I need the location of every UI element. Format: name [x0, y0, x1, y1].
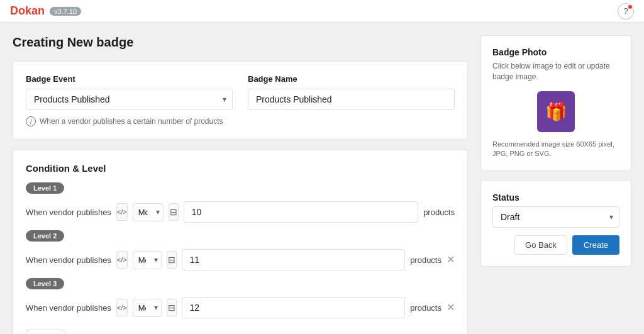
- logo: Dokan: [10, 4, 45, 18]
- badge-event-card: Badge Event Products PublishedOrders Com…: [13, 61, 468, 140]
- level-2-remove-button[interactable]: ✕: [447, 255, 455, 265]
- condition-row-3: When vendor publishes </> More thanLess …: [26, 297, 455, 318]
- badge-rec-text: Recommended image size 60X65 pixel, JPG,…: [492, 140, 619, 159]
- main-content: Creating New badge Badge Event Products …: [13, 35, 468, 334]
- badge-name-input[interactable]: [248, 89, 455, 110]
- level-1-section: Level 1 When vendor publishes </> More t…: [26, 182, 455, 223]
- badge-icon: 🎁: [545, 101, 567, 122]
- badge-event-select[interactable]: Products PublishedOrders CompletedVerifi…: [26, 89, 233, 110]
- condition-row-2: When vendor publishes </> More thanLess …: [26, 249, 455, 270]
- badge-photo-subtitle: Click below image to edit or update badg…: [492, 61, 619, 82]
- level-1-unit: products: [423, 208, 455, 217]
- status-select[interactable]: DraftPublished: [492, 206, 619, 228]
- badge-icon-wrap[interactable]: 🎁: [537, 91, 575, 132]
- badge-name-group: Badge Name: [248, 74, 455, 110]
- version-badge: v3.7.10: [50, 7, 81, 16]
- condition-section-title: Condition & Level: [26, 163, 455, 174]
- topbar: Dokan v3.7.10 ?: [0, 0, 644, 23]
- level-2-badge: Level 2: [26, 230, 64, 242]
- go-back-button[interactable]: Go Back: [514, 235, 567, 255]
- badge-photo-area[interactable]: 🎁: [492, 91, 619, 132]
- badge-photo-card: Badge Photo Click below image to edit or…: [480, 35, 631, 170]
- condition-label-2: When vendor publishes: [26, 255, 111, 265]
- badge-event-label: Badge Event: [26, 74, 233, 84]
- level-1-value-input[interactable]: [184, 201, 418, 223]
- create-button[interactable]: Create: [572, 235, 619, 255]
- condition-label-3: When vendor publishes: [26, 303, 111, 313]
- level-1-badge: Level 1: [26, 182, 64, 194]
- level-3-unit: products: [410, 303, 441, 313]
- condition-select-wrapper-2: More thanLess thanEqual to ▾: [133, 251, 162, 269]
- condition-select-2[interactable]: More thanLess thanEqual to: [133, 251, 162, 269]
- level-2-section: Level 2 When vendor publishes </> More t…: [26, 230, 455, 270]
- info-icon: i: [26, 116, 36, 126]
- code-icon-1[interactable]: </>: [116, 203, 128, 221]
- badge-photo-title: Badge Photo: [492, 47, 619, 57]
- help-dot: [628, 5, 632, 9]
- level-3-section: Level 3 When vendor publishes </> More t…: [26, 278, 455, 318]
- status-title: Status: [492, 192, 619, 203]
- info-note-text: When a vendor publishes a certain number…: [40, 117, 223, 126]
- info-note: i When a vendor publishes a certain numb…: [26, 116, 455, 126]
- level-3-badge: Level 3: [26, 278, 64, 289]
- condition-row-1: When vendor publishes </> More thanLess …: [26, 201, 455, 223]
- badge-name-label: Badge Name: [248, 74, 455, 84]
- topbar-left: Dokan v3.7.10: [10, 4, 81, 18]
- code-icon-3[interactable]: </>: [116, 299, 128, 316]
- filter-icon-3[interactable]: ⊟: [167, 299, 176, 316]
- sidebar: Badge Photo Click below image to edit or…: [480, 35, 631, 334]
- condition-select-1[interactable]: More thanLess thanEqual to: [133, 203, 164, 221]
- page-title: Creating New badge: [13, 35, 468, 50]
- help-icon: ?: [623, 6, 628, 16]
- condition-select-3[interactable]: More thanLess thanEqual to: [133, 299, 162, 317]
- filter-icon-2[interactable]: ⊟: [167, 251, 176, 269]
- page-container: Creating New badge Badge Event Products …: [0, 23, 644, 334]
- level-3-value-input[interactable]: [182, 297, 406, 318]
- badge-form-row: Badge Event Products PublishedOrders Com…: [26, 74, 455, 110]
- condition-label-1: When vendor publishes: [26, 208, 111, 217]
- condition-select-wrapper-1: More thanLess thanEqual to ▾: [133, 203, 164, 221]
- help-button[interactable]: ?: [618, 3, 634, 19]
- action-row: Go Back Create: [492, 235, 619, 255]
- condition-select-wrapper-3: More thanLess thanEqual to ▾: [133, 299, 162, 317]
- code-icon-2[interactable]: </>: [116, 251, 128, 269]
- badge-event-select-wrapper: Products PublishedOrders CompletedVerifi…: [26, 89, 233, 110]
- status-select-wrapper: DraftPublished ▾: [492, 206, 619, 228]
- add-level-button[interactable]: + Add: [26, 330, 66, 334]
- filter-icon-1[interactable]: ⊟: [169, 203, 179, 221]
- level-2-value-input[interactable]: [182, 249, 406, 270]
- level-3-remove-button[interactable]: ✕: [447, 303, 455, 313]
- level-2-unit: products: [410, 255, 441, 265]
- condition-card: Condition & Level Level 1 When vendor pu…: [13, 150, 468, 334]
- badge-event-group: Badge Event Products PublishedOrders Com…: [26, 74, 233, 110]
- status-card: Status DraftPublished ▾ Go Back Create: [480, 181, 631, 267]
